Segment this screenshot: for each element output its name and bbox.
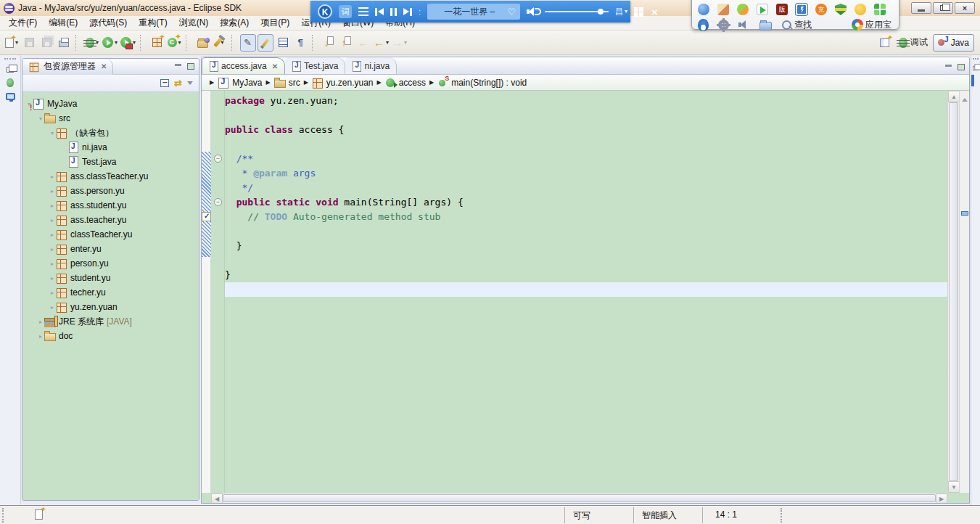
collapse-fold-icon[interactable]: −: [214, 198, 222, 206]
drag-handle[interactable]: [781, 508, 782, 523]
search-button[interactable]: ▾: [212, 34, 228, 52]
tree-item-ass.teacher.yu[interactable]: ▸ass.teacher.yu: [22, 213, 199, 227]
code-line-14[interactable]: [225, 282, 947, 297]
favorite-heart-icon[interactable]: ♡: [507, 7, 516, 17]
previous-button[interactable]: [375, 8, 384, 16]
tree-item-student.yu[interactable]: ▸student.yu: [22, 271, 199, 285]
highlight-toggle[interactable]: [258, 34, 273, 52]
tree-item-ass.classTeacher.yu[interactable]: ▸ass.classTeacher.yu: [22, 169, 199, 184]
save-button[interactable]: [21, 34, 37, 52]
code-line-7[interactable]: */: [225, 181, 947, 195]
code-line-4[interactable]: [225, 137, 947, 152]
tasks-fast-view-button[interactable]: [973, 75, 974, 86]
tab-access.java[interactable]: access.java✕: [202, 57, 285, 74]
tree-item-src[interactable]: ▾src: [22, 111, 199, 126]
new-button[interactable]: ▾: [4, 34, 20, 52]
last-edit-location-button[interactable]: ←: [355, 34, 371, 52]
console-fast-view-button[interactable]: [6, 93, 15, 100]
tree-item-MyJava[interactable]: ▾!MyJava: [22, 97, 199, 111]
code-line-11[interactable]: }: [225, 239, 947, 253]
restore-views-button[interactable]: [973, 66, 979, 70]
collapsed-arrow-icon[interactable]: ▸: [49, 261, 56, 267]
collapsed-arrow-icon[interactable]: ▸: [49, 304, 56, 311]
folder-icon[interactable]: [759, 22, 772, 30]
tree-item-ass.student.yu[interactable]: ▸ass.student.yu: [22, 198, 199, 213]
pause-button[interactable]: [390, 8, 397, 16]
forward-button[interactable]: →▾: [391, 34, 408, 52]
tree-item-person.yu[interactable]: ▸person.yu: [22, 256, 199, 271]
code-viewport[interactable]: package yu.zen.yuan;public class access …: [225, 91, 947, 493]
task-check-icon[interactable]: [202, 212, 211, 221]
search-button[interactable]: 查找: [781, 19, 812, 31]
tree-item-ni.java[interactable]: ni.java: [22, 140, 199, 155]
duck-app-icon[interactable]: [855, 4, 866, 15]
link-with-editor-button[interactable]: ⇄: [174, 78, 182, 89]
close-button[interactable]: ×: [955, 2, 975, 14]
settings-gear-icon[interactable]: [718, 20, 729, 30]
collapse-all-button[interactable]: [160, 79, 169, 87]
next-button[interactable]: [403, 8, 412, 16]
menu-文件(F)[interactable]: 文件(F): [3, 15, 43, 30]
back-button[interactable]: ←▾: [373, 34, 390, 52]
scroll-left-arrow[interactable]: ◀: [211, 494, 223, 504]
song-title-field[interactable]: 一花一世界 – ♡: [427, 4, 520, 20]
album-app-icon[interactable]: [717, 4, 729, 15]
code-line-6[interactable]: * @param args: [225, 166, 947, 181]
tree-item-JRE 系统库[interactable]: ▸JRE 系统库[JAVA]: [22, 314, 199, 329]
view-menu-button[interactable]: [187, 81, 193, 85]
kugou-logo-icon[interactable]: K: [318, 4, 332, 19]
qq-penguin-icon[interactable]: [698, 19, 709, 31]
menu-重构(T)[interactable]: 重构(T): [133, 15, 173, 30]
speaker-icon[interactable]: [738, 20, 750, 30]
menu-搜索(A)[interactable]: 搜索(A): [214, 15, 255, 30]
horizontal-scroll-thumb[interactable]: [223, 494, 936, 502]
collapsed-arrow-icon[interactable]: ▸: [49, 290, 56, 296]
maximize-view-button[interactable]: [186, 62, 196, 70]
print-button[interactable]: [56, 34, 72, 52]
menu-项目(P)[interactable]: 项目(P): [255, 15, 295, 30]
show-whitespace-toggle[interactable]: ¶: [292, 34, 308, 52]
scroll-right-arrow[interactable]: ▶: [936, 494, 947, 504]
code-line-3[interactable]: public class access {: [225, 123, 947, 137]
run-button[interactable]: ▾: [102, 34, 118, 52]
breadcrumb-item-access[interactable]: access: [385, 77, 426, 88]
tree-item-enter.yu[interactable]: ▸enter.yu: [22, 242, 199, 256]
menu-编辑(E)[interactable]: 编辑(E): [43, 15, 83, 30]
appstore-button[interactable]: 应用宝: [852, 19, 892, 31]
collapsed-arrow-icon[interactable]: ▸: [49, 188, 56, 195]
tab-ni.java[interactable]: ni.java: [345, 57, 397, 74]
app-grid-icon[interactable]: [874, 4, 886, 15]
code-line-2[interactable]: [225, 108, 947, 123]
tab-Test.java[interactable]: Test.java: [285, 57, 345, 74]
open-type-button[interactable]: [194, 34, 210, 52]
minimize-editor-button[interactable]: [944, 63, 954, 71]
code-line-12[interactable]: [225, 253, 947, 268]
close-icon[interactable]: ✕: [101, 62, 107, 70]
expanded-arrow-icon[interactable]: ▾: [37, 115, 44, 122]
previous-annotation-button[interactable]: ↑▾: [338, 34, 354, 52]
vertical-scrollbar[interactable]: ▲ ▼: [947, 91, 959, 493]
tree-item-ass.person.yu[interactable]: ▸ass.person.yu: [22, 184, 199, 198]
volume-button[interactable]: [527, 7, 538, 17]
tree-item-Test.java[interactable]: Test.java: [22, 155, 199, 169]
collapsed-arrow-icon[interactable]: ▸: [49, 202, 56, 209]
mini-mode-button[interactable]: [634, 7, 643, 17]
code-line-8[interactable]: public static void main(String[] args) {: [225, 195, 947, 210]
player-close-button[interactable]: ×: [651, 6, 658, 18]
mark-occurrences-toggle[interactable]: [240, 34, 256, 52]
code-line-9[interactable]: // TODO Auto-generated method stub: [225, 210, 947, 224]
task-marker-icon[interactable]: [961, 211, 968, 216]
minimize-view-button[interactable]: [174, 62, 184, 70]
charge-app-icon[interactable]: 充: [815, 4, 827, 15]
restore-views-button[interactable]: [7, 67, 14, 73]
minimize-button[interactable]: [911, 2, 931, 14]
code-line-10[interactable]: [225, 224, 947, 239]
drag-handle[interactable]: [2, 508, 4, 523]
breadcrumb-item-src[interactable]: src: [274, 77, 300, 89]
maximize-editor-button[interactable]: [957, 63, 966, 71]
flash-app-icon[interactable]: [796, 4, 807, 15]
horizontal-scrollbar[interactable]: ◀ ▶: [211, 493, 947, 503]
tencent-video-icon[interactable]: [757, 4, 768, 15]
scroll-up-arrow[interactable]: ▲: [948, 91, 960, 102]
collapsed-arrow-icon[interactable]: ▸: [49, 232, 56, 238]
